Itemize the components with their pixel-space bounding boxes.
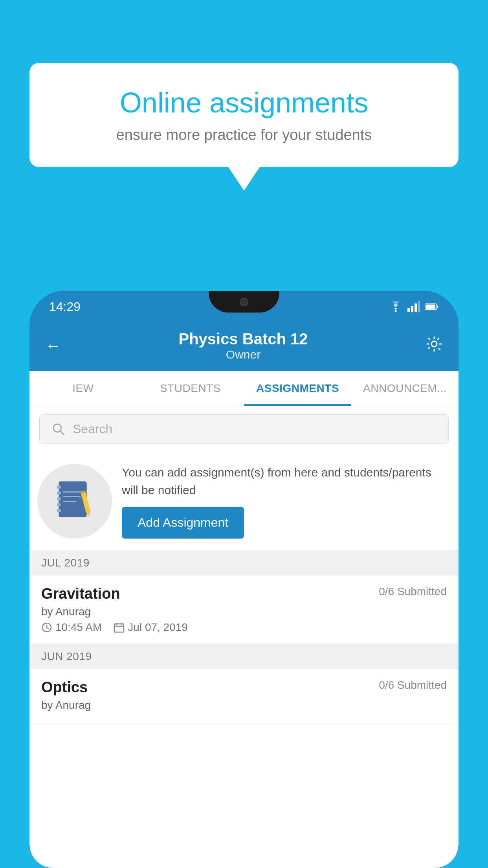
camera xyxy=(240,298,248,306)
search-bar-container: Search xyxy=(29,406,459,452)
promo-section: You can add assignment(s) from here and … xyxy=(29,452,459,550)
svg-rect-7 xyxy=(426,305,435,309)
search-icon xyxy=(51,422,66,436)
tab-iew[interactable]: IEW xyxy=(29,371,137,406)
svg-rect-17 xyxy=(63,496,81,497)
gear-icon xyxy=(426,335,443,353)
assignment-meta: 10:45 AM Jul 07, 2019 xyxy=(41,621,447,634)
assignment-author: by Anurag xyxy=(41,605,447,618)
svg-rect-3 xyxy=(415,303,417,312)
assignment-date: Jul 07, 2019 xyxy=(114,621,188,634)
svg-rect-15 xyxy=(57,509,61,512)
calendar-icon xyxy=(114,622,125,633)
assignment-item-optics[interactable]: Optics 0/6 Submitted by Anurag xyxy=(29,669,459,725)
assignment-time: 10:45 AM xyxy=(41,621,102,634)
svg-rect-1 xyxy=(407,308,410,312)
header-title-area: Physics Batch 12 Owner xyxy=(178,330,308,361)
promo-text-area: You can add assignment(s) from here and … xyxy=(122,463,447,539)
tab-assignments[interactable]: ASSIGNMENTS xyxy=(244,371,351,406)
tab-students[interactable]: STUDENTS xyxy=(137,371,244,406)
svg-rect-16 xyxy=(63,491,81,493)
svg-rect-2 xyxy=(411,306,413,312)
assignment-top-row: Gravitation 0/6 Submitted xyxy=(41,585,447,602)
svg-rect-18 xyxy=(63,501,77,502)
header-title: Physics Batch 12 xyxy=(178,330,308,348)
battery-icon xyxy=(425,302,439,311)
svg-rect-23 xyxy=(114,624,124,632)
status-bar: 14:29 xyxy=(29,291,459,322)
promo-icon-circle xyxy=(37,464,112,539)
speech-bubble-title: Online assignments xyxy=(57,86,431,119)
speech-bubble-subtitle: ensure more practice for your students xyxy=(57,127,431,143)
tab-announcements[interactable]: ANNOUNCEM... xyxy=(351,371,459,406)
search-placeholder: Search xyxy=(73,422,112,436)
assignment-author-optics: by Anurag xyxy=(41,699,447,712)
svg-point-8 xyxy=(431,341,437,347)
assignment-submitted: 0/6 Submitted xyxy=(379,585,447,598)
status-icons xyxy=(389,301,439,312)
svg-rect-14 xyxy=(57,503,61,506)
svg-rect-11 xyxy=(57,485,61,489)
app-header: ← Physics Batch 12 Owner xyxy=(29,322,459,371)
assignment-name-optics: Optics xyxy=(41,679,88,696)
section-header-jul: JUL 2019 xyxy=(29,550,459,576)
promo-description: You can add assignment(s) from here and … xyxy=(122,463,447,499)
assignment-top-row-optics: Optics 0/6 Submitted xyxy=(41,679,447,696)
phone-frame: 14:29 xyxy=(29,291,459,868)
wifi-icon xyxy=(389,301,403,312)
notebook-icon xyxy=(55,480,94,523)
svg-rect-10 xyxy=(59,482,86,517)
section-header-jun: JUN 2019 xyxy=(29,644,459,669)
svg-rect-13 xyxy=(57,497,61,500)
svg-rect-4 xyxy=(418,301,420,312)
phone-notch xyxy=(209,291,279,313)
svg-rect-12 xyxy=(57,491,61,495)
assignment-item-gravitation[interactable]: Gravitation 0/6 Submitted by Anurag 10:4… xyxy=(29,576,459,644)
speech-bubble-area: Online assignments ensure more practice … xyxy=(29,63,459,191)
svg-rect-6 xyxy=(437,305,438,307)
settings-button[interactable] xyxy=(426,335,443,357)
header-subtitle: Owner xyxy=(178,348,308,361)
svg-point-0 xyxy=(395,310,397,312)
clock-icon xyxy=(41,622,52,633)
speech-bubble-arrow xyxy=(228,167,260,191)
search-bar[interactable]: Search xyxy=(39,414,449,444)
assignment-submitted-optics: 0/6 Submitted xyxy=(379,679,447,691)
tabs-container: IEW STUDENTS ASSIGNMENTS ANNOUNCEM... xyxy=(29,371,459,406)
phone-inner: ← Physics Batch 12 Owner IEW STUDENTS AS… xyxy=(29,322,459,868)
status-time: 14:29 xyxy=(49,300,81,314)
back-button[interactable]: ← xyxy=(45,337,61,355)
add-assignment-button[interactable]: Add Assignment xyxy=(122,507,244,539)
assignment-name: Gravitation xyxy=(41,585,120,602)
signal-icon xyxy=(407,301,420,312)
speech-bubble: Online assignments ensure more practice … xyxy=(29,63,459,167)
